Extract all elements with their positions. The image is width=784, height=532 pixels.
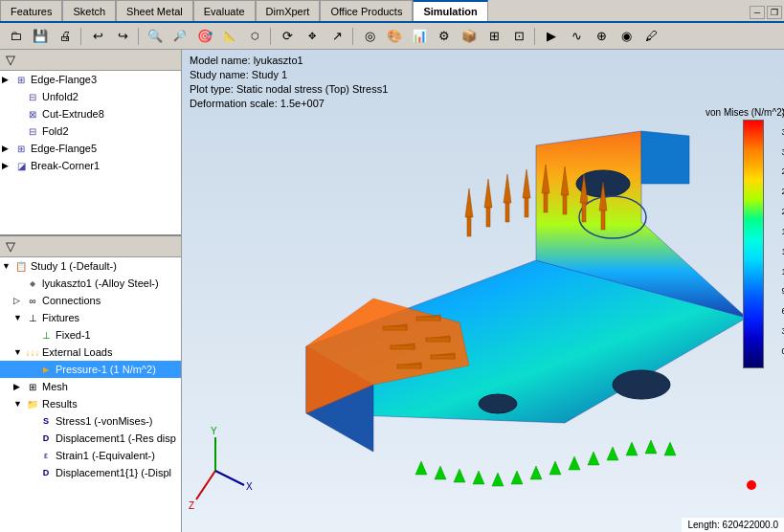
study-filter-btn[interactable]: ▽	[2, 238, 19, 255]
tree-item-disp11[interactable]: Displacement1{1} (-Displ	[0, 464, 181, 481]
tree-item-study-root[interactable]: ▼ 📋 Study 1 (-Default-)	[0, 257, 181, 275]
svg-rect-25	[601, 211, 605, 230]
tree-item-material[interactable]: lyukaszto1 (-Alloy Steel-)	[0, 275, 181, 292]
toolbar-btn-dot[interactable]: ⊡	[507, 26, 530, 47]
legend-title: von Mises (N/m^2)	[706, 107, 773, 118]
tree-item-edge-flange3[interactable]: ▶ ⊞ Edge-Flange3	[0, 71, 181, 88]
toolbar-btn-1[interactable]: 💾	[29, 26, 52, 47]
svg-rect-37	[431, 355, 455, 359]
toolbar-btn-rotate[interactable]: ⟳	[276, 26, 299, 47]
toolbar-btn-zoom-out[interactable]: 🔎	[168, 26, 191, 47]
toolbar-btn-0[interactable]: 🗀	[4, 26, 27, 47]
toolbar-btn-chart[interactable]: 📊	[408, 26, 431, 47]
toolbar-btn-zoom-in[interactable]: 🔍	[144, 26, 167, 47]
svg-point-6	[613, 370, 670, 399]
tab-office-products[interactable]: Office Products	[320, 0, 413, 21]
svg-text:X: X	[246, 481, 253, 492]
toolbar-btn-undo[interactable]: ↩	[86, 26, 109, 47]
fixtures-icon	[25, 310, 40, 325]
svg-rect-17	[525, 198, 528, 217]
toolbar-btn-plus[interactable]: ⊕	[590, 26, 613, 47]
toolbar-btn-2[interactable]: 🖨	[54, 26, 77, 47]
disp11-icon	[38, 465, 54, 480]
tree-item-pressure1[interactable]: Pressure-1 (1 N/m^2)	[0, 361, 181, 378]
fixed1-icon: ⊥	[38, 327, 54, 343]
plot-type-line: Plot type: Static nodal stress (Top) Str…	[190, 82, 388, 97]
toolbar-sep-1	[80, 28, 82, 45]
feature-tree: ▶ ⊞ Edge-Flange3 ⊟ Unfold2 ⊠ Cut-Extrude…	[0, 71, 181, 234]
svg-rect-15	[505, 203, 509, 222]
toolbar-btn-gear[interactable]: ⚙	[433, 26, 456, 47]
study-name-line: Study name: Study 1	[190, 68, 388, 82]
svg-rect-35	[426, 338, 450, 342]
tab-sketch[interactable]: Sketch	[62, 0, 116, 21]
toolbar-sep-3	[270, 28, 272, 45]
restore-button[interactable]: ❐	[767, 6, 782, 19]
ext-loads-icon: ↓↓↓	[25, 344, 40, 360]
svg-rect-27	[383, 326, 407, 330]
toolbar-btn-colors[interactable]: 🎨	[383, 26, 406, 47]
tab-features[interactable]: Features	[0, 0, 62, 21]
stress1-icon	[38, 413, 54, 429]
toolbar-btn-hex[interactable]: ⬡	[243, 26, 266, 47]
toolbar-btn-measure[interactable]: 📐	[218, 26, 241, 47]
color-legend: von Mises (N/m^2) 386.9 354.6 322.4 290.…	[734, 107, 773, 368]
tab-evaluate[interactable]: Evaluate	[193, 0, 256, 21]
svg-rect-33	[416, 317, 440, 321]
strain1-icon	[38, 448, 54, 463]
tree-item-disp1[interactable]: Displacement1 (-Res disp	[0, 430, 181, 447]
tree-item-cut-extrude8[interactable]: ⊠ Cut-Extrude8	[0, 105, 181, 122]
edge-flange5-icon: ⊞	[13, 141, 29, 156]
filter-btn[interactable]: ▽	[2, 52, 19, 69]
svg-point-52	[747, 480, 756, 490]
tab-dimxpert[interactable]: DimXpert	[256, 0, 321, 21]
toolbar-btn-paint[interactable]: 🖊	[639, 26, 662, 47]
svg-marker-4	[641, 131, 689, 184]
tree-item-ext-loads[interactable]: ▼ ↓↓↓ External Loads	[0, 344, 181, 361]
unfold2-icon: ⊟	[25, 89, 40, 104]
toolbar-sep-4	[352, 28, 354, 45]
tree-item-stress1[interactable]: Stress1 (-vonMises-)	[0, 412, 181, 430]
break-corner1-icon: ◪	[13, 158, 29, 173]
left-panel: ▽ ▶ ⊞ Edge-Flange3 ⊟ Unfold2 ⊠ Cut-Extru…	[0, 50, 182, 532]
toolbar-btn-pan[interactable]: ✥	[301, 26, 324, 47]
tree-item-results[interactable]: ▼ 📁 Results	[0, 395, 181, 412]
tab-simulation[interactable]: Simulation	[413, 0, 487, 21]
viewport[interactable]: Model name: lyukaszto1 Study name: Study…	[182, 50, 784, 532]
tree-item-edge-flange5[interactable]: ▶ ⊞ Edge-Flange5	[0, 140, 181, 157]
model-svg: Z Y X	[182, 50, 784, 532]
svg-rect-13	[486, 208, 490, 227]
tree-item-fold2[interactable]: ⊟ Fold2	[0, 122, 181, 140]
toolbar-btn-wave[interactable]: ∿	[565, 26, 588, 47]
svg-rect-29	[391, 345, 414, 349]
tree-item-strain1[interactable]: Strain1 (-Equivalent-)	[0, 447, 181, 464]
svg-rect-11	[467, 217, 471, 236]
model-name-line: Model name: lyukaszto1	[190, 54, 388, 68]
svg-text:Z: Z	[189, 500, 194, 511]
toolbar-btn-circle[interactable]: ◎	[358, 26, 381, 47]
minimize-button[interactable]: ─	[750, 6, 765, 19]
tree-item-unfold2[interactable]: ⊟ Unfold2	[0, 88, 181, 105]
main-layout: ▽ ▶ ⊞ Edge-Flange3 ⊟ Unfold2 ⊠ Cut-Extru…	[0, 50, 784, 532]
tree-item-mesh[interactable]: ▶ Mesh	[0, 378, 181, 395]
main-toolbar: 🗀 💾 🖨 ↩ ↪ 🔍 🔎 🎯 📐 ⬡ ⟳ ✥ ↗ ◎ 🎨 📊 ⚙ 📦 ⊞ ⊡ …	[0, 23, 784, 50]
material-icon	[25, 276, 40, 291]
tree-item-fixed1[interactable]: ⊥ Fixed-1	[0, 326, 181, 344]
toolbar-btn-box[interactable]: 📦	[458, 26, 481, 47]
results-icon: 📁	[25, 396, 40, 411]
toolbar-btn-radio[interactable]: ◉	[615, 26, 638, 47]
toolbar-btn-redo[interactable]: ↪	[111, 26, 134, 47]
svg-rect-21	[563, 195, 567, 214]
svg-rect-19	[544, 193, 548, 212]
mesh-icon	[25, 379, 40, 394]
legend-bar	[743, 120, 764, 368]
tab-sheet-metal[interactable]: Sheet Metal	[116, 0, 193, 21]
toolbar-btn-target[interactable]: 🎯	[193, 26, 216, 47]
tree-item-break-corner1[interactable]: ▶ ◪ Break-Corner1	[0, 157, 181, 174]
toolbar-btn-arrow[interactable]: ↗	[325, 26, 348, 47]
tree-item-connections[interactable]: ▷ Connections	[0, 292, 181, 309]
toolbar-btn-play[interactable]: ▶	[540, 26, 563, 47]
study-tree: ▼ 📋 Study 1 (-Default-) lyukaszto1 (-All…	[0, 257, 181, 532]
tree-item-fixtures[interactable]: ▼ Fixtures	[0, 309, 181, 326]
toolbar-btn-grid[interactable]: ⊞	[482, 26, 505, 47]
